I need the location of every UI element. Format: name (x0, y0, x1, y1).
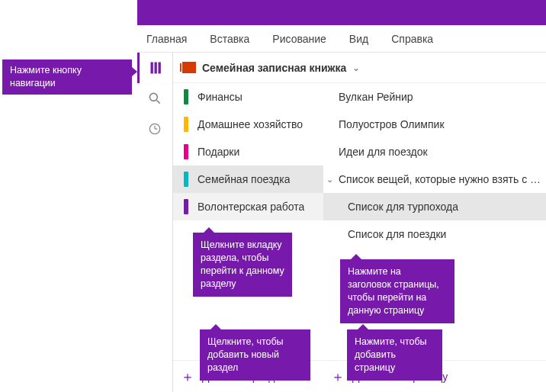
page-item[interactable]: ⌄ Список вещей, которые нужно взять с со… (323, 165, 546, 193)
section-label: Семейная поездка (198, 173, 290, 185)
section-item[interactable]: Домашнее хозяйство (173, 111, 323, 138)
page-item[interactable]: Полуостров Олимпик (323, 111, 546, 138)
svg-rect-1 (154, 63, 156, 74)
section-item[interactable]: Волонтерская работа (173, 193, 323, 220)
coachmark-add-section: Щелкните, чтобы добавить новый раздел (200, 329, 310, 381)
nav-notebooks-button[interactable] (137, 53, 173, 83)
section-item[interactable]: Финансы (173, 83, 323, 111)
svg-rect-2 (158, 63, 160, 74)
page-label: Список вещей, которые нужно взять с собо… (339, 173, 546, 185)
notebook-title: Семейная записная книжка (202, 62, 346, 74)
svg-point-3 (149, 93, 157, 101)
section-label: Финансы (198, 91, 242, 103)
clock-icon (147, 121, 162, 137)
chevron-down-icon: ⌄ (326, 175, 333, 185)
page-label: Список для поездки (348, 228, 446, 240)
ribbon-tab-view[interactable]: Вид (349, 33, 368, 45)
page-item[interactable]: Список для турпохода (323, 193, 546, 220)
section-label: Подарки (198, 146, 239, 158)
notebooks-icon (149, 60, 164, 76)
section-color-tab (184, 89, 188, 104)
section-label: Домашнее хозяйство (198, 118, 303, 130)
section-color-tab (184, 117, 188, 132)
page-item[interactable]: Список для поездки (323, 220, 546, 248)
page-label: Вулкан Рейнир (339, 91, 413, 103)
section-color-tab (184, 172, 188, 187)
page-item[interactable]: Вулкан Рейнир (323, 83, 546, 111)
nav-rail (137, 53, 173, 392)
ribbon-tab-draw[interactable]: Рисование (272, 33, 326, 45)
section-item[interactable]: Семейная поездка (173, 165, 323, 193)
page-label: Полуостров Олимпик (339, 118, 445, 130)
coachmark-page: Нажмите на заголовок страницы, чтобы пер… (340, 259, 454, 323)
page-label: Список для турпохода (348, 201, 458, 213)
page-label: Идеи для поездок (339, 146, 428, 158)
coachmark-section: Щелкните вкладку раздела, чтобы перейти … (193, 233, 292, 297)
svg-rect-0 (150, 63, 153, 74)
page-item[interactable]: Идеи для поездок (323, 138, 546, 165)
svg-line-4 (157, 101, 160, 104)
plus-icon: ＋ (331, 368, 345, 386)
ribbon-tab-help[interactable]: Справка (391, 33, 433, 45)
notebook-icon (182, 62, 196, 73)
nav-search-button[interactable] (137, 83, 173, 114)
ribbon-tab-insert[interactable]: Вставка (210, 33, 249, 45)
section-item[interactable]: Подарки (173, 138, 323, 165)
section-label: Волонтерская работа (198, 201, 304, 213)
section-color-tab (184, 199, 188, 214)
coachmark-add-page: Нажмите, чтобы добавить страницу (347, 329, 442, 381)
notebook-picker[interactable]: Семейная записная книжка ⌄ (173, 53, 546, 83)
nav-recent-button[interactable] (137, 114, 173, 144)
search-icon (147, 91, 162, 106)
coachmark-nav: Нажмите кнопку навигации (2, 59, 132, 95)
section-color-tab (184, 144, 188, 159)
ribbon-tab-home[interactable]: Главная (146, 33, 187, 45)
title-bar (137, 0, 546, 25)
plus-icon: ＋ (181, 368, 194, 386)
chevron-down-icon: ⌄ (352, 63, 360, 73)
ribbon: Главная Вставка Рисование Вид Справка (137, 25, 546, 53)
